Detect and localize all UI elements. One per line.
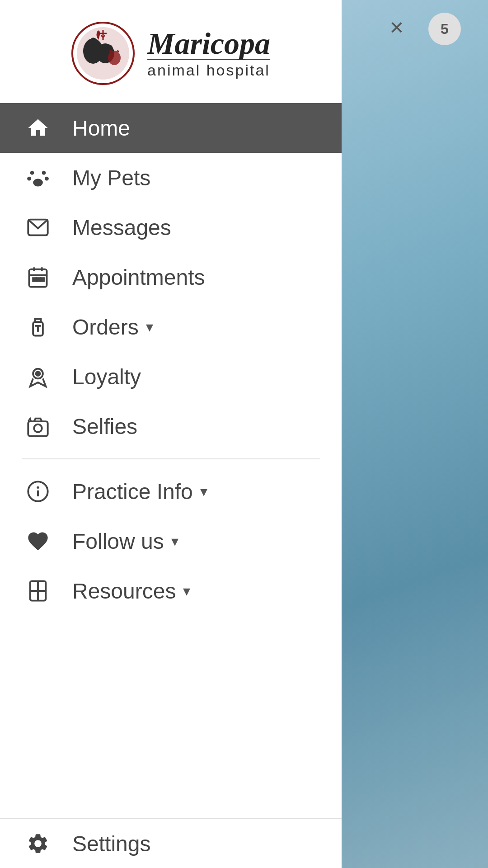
nav-label-orders: Orders xyxy=(72,315,139,340)
svg-rect-18 xyxy=(41,278,44,281)
nav-drawer: Maricopa animal hospital Home xyxy=(0,0,342,868)
nav-label-loyalty: Loyalty xyxy=(72,364,141,389)
svg-point-10 xyxy=(33,179,43,186)
nav-item-loyalty[interactable]: Loyalty xyxy=(0,352,342,401)
calendar-icon xyxy=(22,261,54,293)
orders-chevron: ▾ xyxy=(146,318,153,335)
practice-info-chevron: ▾ xyxy=(200,483,207,500)
nav-label-home: Home xyxy=(72,116,130,141)
nav-label-appointments: Appointments xyxy=(72,265,205,290)
nav-item-follow-us[interactable]: Follow us ▾ xyxy=(0,516,342,566)
svg-point-9 xyxy=(45,177,49,181)
nav-item-home[interactable]: Home xyxy=(0,103,342,153)
svg-rect-16 xyxy=(33,278,36,281)
nav-item-practice-info[interactable]: Practice Info ▾ xyxy=(0,467,342,516)
camera-icon xyxy=(22,410,54,443)
nav-item-appointments[interactable]: Appointments xyxy=(0,252,342,302)
nav-label-follow-us: Follow us xyxy=(72,529,164,554)
loyalty-icon xyxy=(22,360,54,393)
notification-badge[interactable]: 5 xyxy=(428,13,461,45)
logo-svg xyxy=(76,26,130,80)
nav-list: Home My Pets Me xyxy=(0,103,342,818)
notification-count: 5 xyxy=(441,21,449,38)
follow-us-chevron: ▾ xyxy=(171,533,178,550)
logo-subtext: animal hospital xyxy=(147,59,270,79)
svg-rect-17 xyxy=(37,278,40,281)
envelope-icon xyxy=(22,211,54,244)
logo-area: Maricopa animal hospital xyxy=(0,0,342,103)
settings-label: Settings xyxy=(72,831,150,856)
bottle-icon xyxy=(22,311,54,343)
settings-row[interactable]: Settings xyxy=(0,818,342,868)
nav-label-practice-info: Practice Info xyxy=(72,479,193,504)
logo-text: Maricopa animal hospital xyxy=(147,28,270,79)
nav-label-selfies: Selfies xyxy=(72,414,137,439)
nav-divider xyxy=(22,458,320,459)
nav-label-resources: Resources xyxy=(72,579,176,604)
nav-item-messages[interactable]: Messages xyxy=(0,203,342,252)
nav-item-selfies[interactable]: Selfies xyxy=(0,401,342,451)
paw-icon xyxy=(22,161,54,194)
book-icon xyxy=(22,575,54,607)
info-icon xyxy=(22,475,54,508)
heart-icon xyxy=(22,525,54,557)
resources-chevron: ▾ xyxy=(183,582,190,599)
settings-icon xyxy=(22,827,54,860)
svg-point-8 xyxy=(27,177,31,181)
nav-item-my-pets[interactable]: My Pets xyxy=(0,153,342,203)
nav-item-resources[interactable]: Resources ▾ xyxy=(0,566,342,616)
svg-point-25 xyxy=(34,425,42,432)
nav-item-orders[interactable]: Orders ▾ xyxy=(0,302,342,352)
svg-point-7 xyxy=(42,171,46,175)
home-icon xyxy=(22,112,54,144)
nav-label-my-pets: My Pets xyxy=(72,165,150,190)
logo-name: Maricopa xyxy=(147,28,270,59)
svg-point-6 xyxy=(30,171,34,175)
close-icon: × xyxy=(390,15,404,39)
close-button[interactable]: × xyxy=(382,13,411,42)
logo-circle xyxy=(71,22,135,85)
svg-point-3 xyxy=(108,51,121,65)
nav-label-messages: Messages xyxy=(72,215,171,240)
svg-point-23 xyxy=(36,372,40,376)
